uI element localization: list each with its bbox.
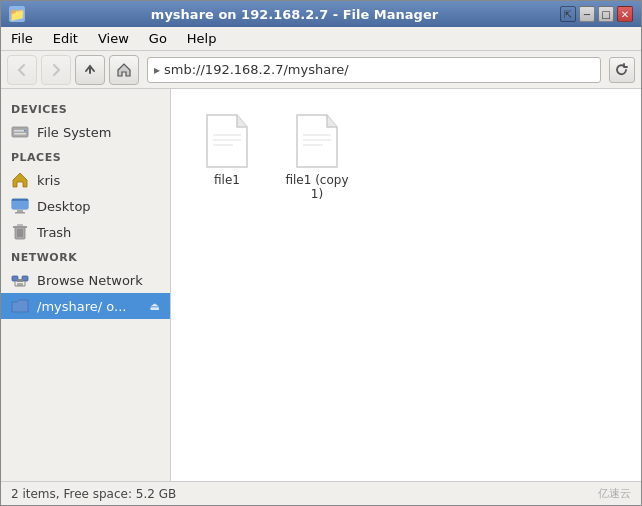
location-bar[interactable]: ▸ smb://192.168.2.7/myshare/	[147, 57, 601, 83]
file1-icon	[203, 113, 251, 169]
svg-rect-2	[14, 133, 26, 135]
filesystem-label: File System	[37, 125, 111, 140]
places-heading: PLACES	[1, 145, 170, 167]
statusbar: 2 items, Free space: 5.2 GB 亿速云	[1, 481, 641, 505]
svg-rect-7	[15, 212, 25, 214]
desktop-icon	[11, 197, 29, 215]
home-label: kris	[37, 173, 60, 188]
forward-button[interactable]	[41, 55, 71, 85]
file-item-file1-copy[interactable]: file1 (copy 1)	[277, 105, 357, 209]
svg-rect-10	[17, 224, 23, 226]
svg-rect-5	[12, 201, 28, 209]
home-icon	[117, 63, 131, 77]
svg-point-3	[24, 130, 26, 132]
app-icon: 📁	[9, 6, 25, 22]
trash-icon	[11, 223, 29, 241]
main-area: DEVICES File System PLACES	[1, 89, 641, 481]
svg-rect-9	[13, 226, 27, 228]
maximize-button[interactable]: □	[598, 6, 614, 22]
svg-rect-6	[17, 210, 23, 212]
up-icon	[83, 63, 97, 77]
menu-edit[interactable]: Edit	[43, 29, 88, 48]
filesystem-icon	[11, 123, 29, 141]
menu-go[interactable]: Go	[139, 29, 177, 48]
browse-network-label: Browse Network	[37, 273, 143, 288]
window-controls: ⇱ − □ ✕	[560, 6, 633, 22]
sidebar-item-trash[interactable]: Trash	[1, 219, 170, 245]
sidebar-item-home[interactable]: kris	[1, 167, 170, 193]
desktop-label: Desktop	[37, 199, 91, 214]
up-button[interactable]	[75, 55, 105, 85]
myshare-label: /myshare/ o...	[37, 299, 126, 314]
home-sidebar-icon	[11, 171, 29, 189]
myshare-icon	[11, 297, 29, 315]
refresh-button[interactable]	[609, 57, 635, 83]
network-icon	[11, 271, 29, 289]
window-title: myshare on 192.168.2.7 - File Manager	[29, 7, 560, 22]
location-text: smb://192.168.2.7/myshare/	[164, 62, 594, 77]
back-button[interactable]	[7, 55, 37, 85]
sidebar-item-desktop[interactable]: Desktop	[1, 193, 170, 219]
svg-rect-16	[17, 279, 23, 282]
menubar: File Edit View Go Help	[1, 27, 641, 51]
file-item-file1[interactable]: file1	[187, 105, 267, 209]
sidebar-item-myshare[interactable]: /myshare/ o... ⏏	[1, 293, 170, 319]
file-manager-window: 📁 myshare on 192.168.2.7 - File Manager …	[0, 0, 642, 506]
titlebar-left: 📁	[9, 6, 29, 22]
forward-icon	[49, 63, 63, 77]
refresh-icon	[615, 63, 629, 77]
watermark: 亿速云	[598, 486, 631, 501]
trash-label: Trash	[37, 225, 71, 240]
network-heading: NETWORK	[1, 245, 170, 267]
back-icon	[15, 63, 29, 77]
close-button[interactable]: ✕	[617, 6, 633, 22]
toolbar: ▸ smb://192.168.2.7/myshare/	[1, 51, 641, 89]
devices-heading: DEVICES	[1, 97, 170, 119]
file-area: file1 file1 (copy 1)	[171, 89, 641, 481]
titlebar: 📁 myshare on 192.168.2.7 - File Manager …	[1, 1, 641, 27]
eject-icon: ⏏	[150, 300, 160, 313]
sidebar-item-browse-network[interactable]: Browse Network	[1, 267, 170, 293]
sidebar: DEVICES File System PLACES	[1, 89, 171, 481]
minimize-button[interactable]: −	[579, 6, 595, 22]
file1-name: file1	[214, 173, 240, 187]
menu-help[interactable]: Help	[177, 29, 227, 48]
status-text: 2 items, Free space: 5.2 GB	[11, 487, 176, 501]
resize-button[interactable]: ⇱	[560, 6, 576, 22]
svg-rect-0	[12, 127, 28, 137]
location-icon: ▸	[154, 63, 160, 77]
menu-view[interactable]: View	[88, 29, 139, 48]
sidebar-item-filesystem[interactable]: File System	[1, 119, 170, 145]
file1-copy-icon	[293, 113, 341, 169]
file1-copy-name: file1 (copy 1)	[281, 173, 353, 201]
home-button[interactable]	[109, 55, 139, 85]
menu-file[interactable]: File	[1, 29, 43, 48]
